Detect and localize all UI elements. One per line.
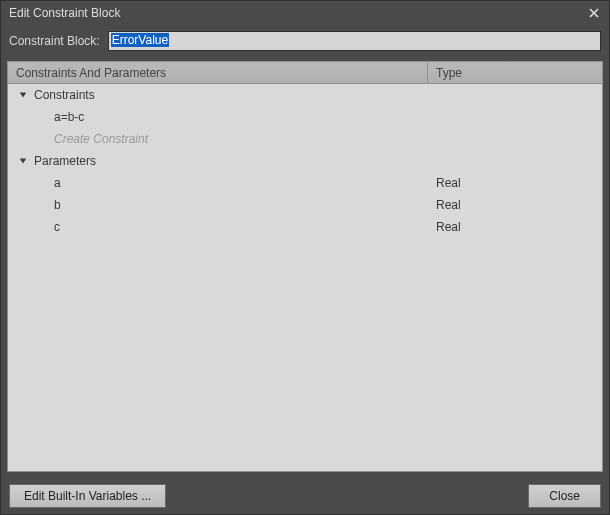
parameter-type: Real: [436, 176, 461, 190]
chevron-down-icon[interactable]: [18, 90, 28, 100]
create-constraint-placeholder: Create Constraint: [54, 132, 148, 146]
parameter-row[interactable]: b Real: [8, 194, 602, 216]
constraint-block-name-row: Constraint Block: ErrorValue: [1, 25, 609, 57]
dialog-title: Edit Constraint Block: [9, 6, 120, 20]
column-header-constraints[interactable]: Constraints And Parameters: [8, 62, 428, 83]
constraints-parameters-table: Constraints And Parameters Type Constrai…: [7, 61, 603, 472]
constraint-block-label: Constraint Block:: [9, 34, 100, 48]
edit-constraint-block-dialog: Edit Constraint Block Constraint Block: …: [0, 0, 610, 515]
column-header-type[interactable]: Type: [428, 62, 602, 83]
parameter-type: Real: [436, 220, 461, 234]
close-icon[interactable]: [585, 4, 603, 22]
table-header: Constraints And Parameters Type: [8, 62, 602, 84]
input-selection: ErrorValue: [111, 33, 169, 47]
create-constraint-row[interactable]: Create Constraint: [8, 128, 602, 150]
group-label: Parameters: [34, 154, 96, 168]
group-row-constraints[interactable]: Constraints: [8, 84, 602, 106]
table-body: Constraints a=b-c Create Constraint: [8, 84, 602, 471]
parameter-name: c: [54, 220, 60, 234]
parameter-row[interactable]: c Real: [8, 216, 602, 238]
edit-builtin-variables-button[interactable]: Edit Built-In Variables ...: [9, 484, 166, 508]
constraint-block-name-input[interactable]: ErrorValue: [108, 31, 601, 51]
titlebar: Edit Constraint Block: [1, 1, 609, 25]
parameter-name: b: [54, 198, 61, 212]
parameter-type: Real: [436, 198, 461, 212]
constraint-row[interactable]: a=b-c: [8, 106, 602, 128]
parameter-name: a: [54, 176, 61, 190]
dialog-footer: Edit Built-In Variables ... Close: [1, 478, 609, 514]
group-label: Constraints: [34, 88, 95, 102]
chevron-down-icon[interactable]: [18, 156, 28, 166]
constraint-expression: a=b-c: [54, 110, 84, 124]
parameter-row[interactable]: a Real: [8, 172, 602, 194]
group-row-parameters[interactable]: Parameters: [8, 150, 602, 172]
close-button[interactable]: Close: [528, 484, 601, 508]
